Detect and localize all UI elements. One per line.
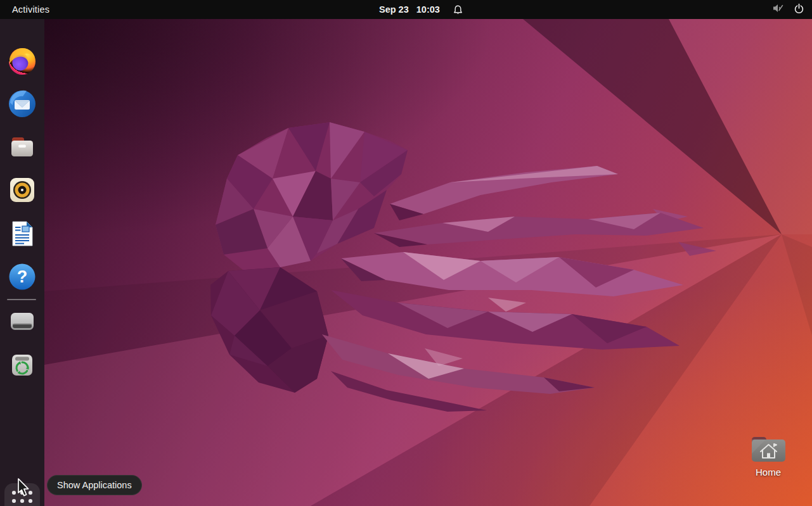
clock-time: 10:03 bbox=[416, 4, 440, 15]
show-applications-tooltip: Show Applications bbox=[47, 475, 142, 495]
dock-divider bbox=[7, 299, 36, 300]
clock-menu[interactable]: Sep 23 10:03 bbox=[379, 0, 463, 19]
clock-date: Sep 23 bbox=[379, 4, 409, 15]
mouse-cursor-icon bbox=[17, 478, 32, 501]
help-icon[interactable]: ? bbox=[7, 262, 37, 292]
activities-button[interactable]: Activities bbox=[12, 0, 49, 19]
system-status-area[interactable] bbox=[772, 0, 804, 19]
jellyfish-wallpaper-art bbox=[44, 19, 812, 506]
removable-drive-icon[interactable] bbox=[7, 306, 37, 336]
power-icon bbox=[794, 3, 804, 16]
libreoffice-writer-icon[interactable] bbox=[7, 218, 37, 249]
desktop-home-folder[interactable]: Home bbox=[749, 433, 787, 483]
desktop-screen: Home Activities Sep 23 10:03 bbox=[0, 0, 812, 506]
desktop-wallpaper bbox=[44, 19, 812, 506]
top-bar: Activities Sep 23 10:03 bbox=[0, 0, 812, 19]
files-icon[interactable] bbox=[7, 132, 37, 162]
rhythmbox-icon[interactable] bbox=[7, 175, 37, 205]
thunderbird-icon[interactable] bbox=[7, 89, 37, 119]
home-folder-label: Home bbox=[749, 467, 787, 478]
dock: ? bbox=[0, 19, 44, 506]
home-folder-icon bbox=[749, 454, 787, 465]
svg-text:?: ? bbox=[17, 267, 28, 286]
trash-icon[interactable] bbox=[7, 349, 37, 379]
firefox-icon[interactable] bbox=[7, 46, 37, 76]
notification-bell-icon bbox=[453, 4, 463, 15]
volume-muted-icon bbox=[772, 3, 783, 16]
